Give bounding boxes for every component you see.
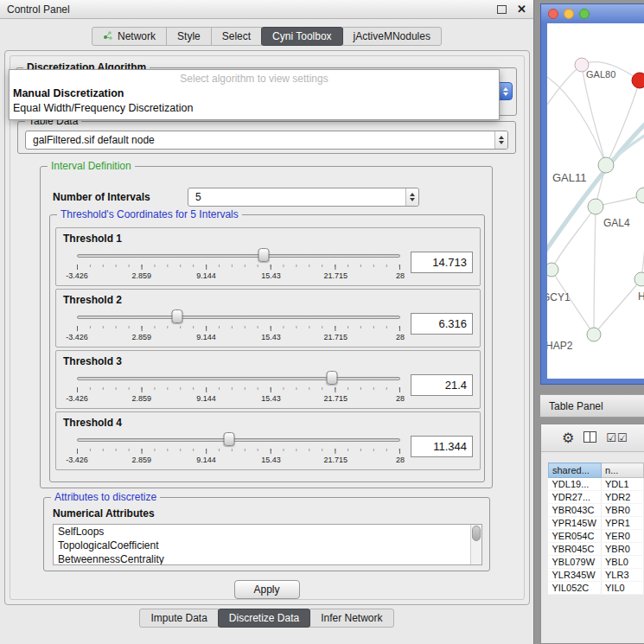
network-node[interactable]: [587, 328, 601, 341]
tab-discretize-data[interactable]: Discretize Data: [218, 609, 310, 628]
table-row[interactable]: YDR27...YDR2: [549, 491, 644, 504]
slider-track[interactable]: [77, 377, 400, 380]
network-node[interactable]: [547, 263, 558, 277]
table-cell[interactable]: YDL1: [602, 478, 644, 491]
slider-track[interactable]: [77, 316, 400, 319]
table-cell[interactable]: YIL0: [602, 582, 644, 595]
tab-select[interactable]: Select: [211, 27, 262, 46]
minimize-traffic-light[interactable]: [564, 9, 574, 19]
tick-label: 9.144: [196, 456, 216, 464]
number-of-intervals-combobox[interactable]: 5: [188, 188, 419, 207]
table-row[interactable]: YBR045CYBR0: [549, 543, 644, 556]
table-cell[interactable]: YLR3: [602, 569, 644, 582]
table-cell[interactable]: YBR045C: [549, 543, 602, 556]
column-header-shared-name[interactable]: shared...: [549, 463, 602, 478]
tick-label: 28: [396, 271, 405, 280]
group-title: Attributes to discretize: [51, 491, 160, 503]
list-item[interactable]: SelfLoops: [54, 525, 481, 539]
threshold-3-slider[interactable]: -3.4262.8599.14415.4321.71528: [77, 370, 400, 406]
threshold-1-value[interactable]: 14.713: [411, 252, 473, 273]
close-traffic-light[interactable]: [548, 9, 558, 19]
table-cell[interactable]: YBR043C: [549, 504, 602, 517]
slider-thumb[interactable]: [171, 309, 182, 323]
threshold-label: Threshold 3: [63, 355, 122, 367]
network-node[interactable]: [588, 199, 603, 214]
tick-label: 28: [396, 456, 405, 464]
table-cell[interactable]: YBL0: [602, 556, 644, 569]
network-window-titlebar[interactable]: [541, 4, 644, 23]
columns-icon[interactable]: [583, 430, 596, 446]
threshold-2-value[interactable]: 6.316: [411, 313, 473, 335]
network-node[interactable]: [634, 272, 644, 286]
threshold-1-slider[interactable]: -3.4262.8599.14415.4321.71528: [77, 247, 400, 284]
table-row[interactable]: YBL079WYBL0: [549, 556, 644, 569]
zoom-traffic-light[interactable]: [579, 9, 590, 19]
table-cell[interactable]: YBR0: [602, 504, 644, 517]
tab-jactivemnodules[interactable]: jActiveMNodules: [342, 27, 442, 46]
table-row[interactable]: YPR145WYPR1: [549, 517, 644, 530]
network-node[interactable]: [636, 188, 644, 203]
table-cell[interactable]: YDR2: [602, 491, 644, 504]
attributes-list-scrollbar[interactable]: [470, 525, 481, 564]
table-cell[interactable]: YBL079W: [549, 556, 602, 569]
tab-network[interactable]: Network: [92, 27, 167, 46]
table-panel-header[interactable]: Table Panel: [540, 394, 644, 418]
tab-impute-data[interactable]: Impute Data: [139, 609, 218, 628]
threshold-2-slider[interactable]: -3.4262.8599.14415.4321.71528: [77, 309, 400, 345]
column-header-name[interactable]: n...: [602, 463, 644, 478]
float-window-icon[interactable]: [497, 5, 507, 14]
attributes-list[interactable]: SelfLoopsTopologicalCoefficientBetweenne…: [53, 524, 482, 565]
threshold-4-slider[interactable]: -3.4262.8599.14415.4321.71528: [77, 431, 400, 468]
network-node[interactable]: [598, 157, 614, 173]
tick-label: 9.144: [196, 271, 216, 280]
network-node-label: GAL4: [603, 217, 630, 229]
table-cell[interactable]: YER054C: [549, 530, 602, 543]
table-cell[interactable]: YPR145W: [549, 517, 602, 530]
table-cell[interactable]: YPR1: [602, 517, 644, 530]
table-cell[interactable]: YBR0: [602, 543, 644, 556]
network-node[interactable]: [632, 73, 644, 88]
list-item[interactable]: BetweennessCentrality: [54, 552, 481, 565]
network-canvas-svg: GAL80GAL11GAL4GCY1HAP2H: [547, 23, 644, 379]
slider-thumb[interactable]: [327, 371, 338, 385]
table-cell[interactable]: YDL19...: [549, 478, 602, 491]
tick-label: 15.43: [261, 456, 281, 464]
table-data-combobox[interactable]: galFiltered.sif default node: [25, 131, 508, 150]
table-cell[interactable]: YIL052C: [549, 582, 602, 595]
table-row[interactable]: YLR345WYLR3: [549, 569, 644, 582]
select-all-icon[interactable]: ☑☑: [606, 431, 628, 444]
apply-button[interactable]: Apply: [233, 580, 299, 599]
stepper-icon[interactable]: [494, 131, 507, 149]
threshold-4-value[interactable]: 11.344: [411, 436, 473, 457]
thresholds-group: Threshold's Coordinates for 5 Intervals …: [49, 214, 485, 482]
table-row[interactable]: YBR043CYBR0: [549, 504, 644, 517]
number-of-intervals-label: Number of Intervals: [53, 191, 150, 203]
dropdown-option[interactable]: Manual Discretization: [10, 86, 499, 101]
threshold-3-value[interactable]: 21.4: [411, 374, 473, 396]
algorithm-combobox-stepper[interactable]: [498, 82, 513, 100]
table-cell[interactable]: YER0: [602, 530, 644, 543]
scrollbar-thumb[interactable]: [472, 526, 481, 541]
tab-cyni-toolbox[interactable]: Cyni Toolbox: [261, 27, 342, 46]
tab-infer-network[interactable]: Infer Network: [309, 609, 393, 628]
tick-label: 15.43: [261, 271, 281, 280]
list-item[interactable]: TopologicalCoefficient: [54, 539, 481, 552]
slider-track[interactable]: [77, 254, 400, 258]
table-row[interactable]: YDL19...YDL1: [549, 478, 644, 491]
stepper-icon[interactable]: [405, 188, 418, 206]
tick-label: 9.144: [196, 394, 216, 403]
gear-icon[interactable]: ⚙: [562, 431, 574, 445]
table-cell[interactable]: YLR345W: [549, 569, 602, 582]
dropdown-option[interactable]: Equal Width/Frequency Discretization: [10, 101, 499, 116]
slider-track[interactable]: [77, 438, 400, 442]
tab-label: jActiveMNodules: [354, 30, 430, 42]
slider-thumb[interactable]: [223, 432, 234, 446]
tab-style[interactable]: Style: [166, 27, 212, 46]
close-icon[interactable]: ✕: [517, 3, 526, 15]
control-panel-titlebar[interactable]: Control Panel ✕: [0, 0, 533, 19]
table-cell[interactable]: YDR27...: [549, 491, 602, 504]
slider-thumb[interactable]: [258, 248, 269, 262]
table-row[interactable]: YIL052CYIL0: [549, 582, 644, 595]
network-canvas[interactable]: GAL80GAL11GAL4GCY1HAP2H: [547, 23, 644, 379]
table-row[interactable]: YER054CYER0: [549, 530, 644, 543]
